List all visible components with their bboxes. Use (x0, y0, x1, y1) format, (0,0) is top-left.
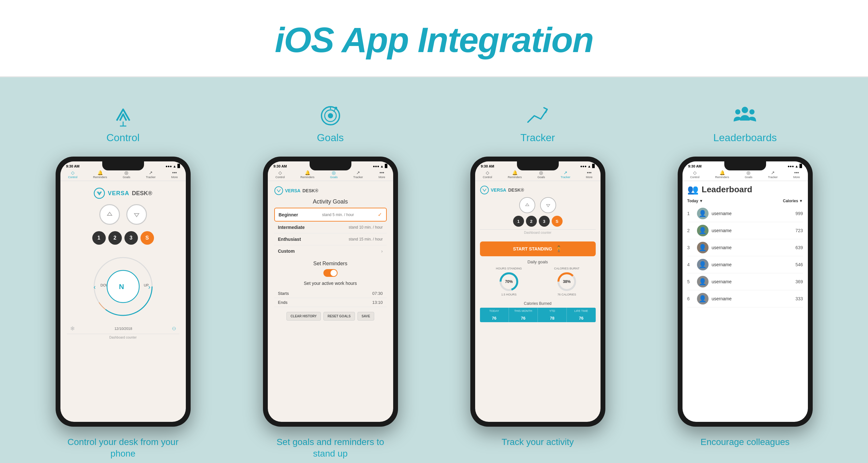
nav-control-4[interactable]: ◇ Control (690, 170, 700, 179)
ends-value: 13:10 (372, 300, 383, 305)
step-indicators: 1 2 3 S (92, 231, 154, 245)
control-label: Control (106, 132, 140, 144)
start-standing-button[interactable]: START STANDING 🧍 (480, 242, 596, 256)
cal-tab-lifetime[interactable]: LIFE TIME (567, 308, 595, 314)
nav-more-1[interactable]: ••• More (172, 170, 178, 179)
nav-control-1[interactable]: ◇ Control (68, 170, 78, 179)
dashboard-counter-label-3: Dashboard counter (480, 229, 596, 236)
activity-goals-title: Activity Goals (274, 198, 387, 205)
nav-tracker-2[interactable]: ↗ Tracker (353, 170, 363, 179)
nav-goals-label-1: Goals (123, 176, 130, 179)
phone-notch-4 (724, 161, 766, 171)
motor-control: DOWN UP (91, 254, 155, 319)
goal-row-custom[interactable]: Custom › (274, 245, 387, 257)
goals-buttons-row: CLEAR HISTORY RESET GOALS SAVE (274, 312, 387, 320)
nav-reminders-2[interactable]: 🔔 Reminders (300, 170, 314, 179)
save-button[interactable]: SAVE (358, 312, 374, 320)
app-nav-3[interactable]: ◇ Control 🔔 Reminders ◎ Goals ↗ (475, 169, 600, 181)
tracker-icon (525, 103, 550, 129)
calories-burnt-section: CALORIES BURNT 38% 76 CALORIES (554, 267, 579, 296)
app-nav-1[interactable]: ◇ Control 🔔 Reminders ◎ Goals ↗ (60, 169, 186, 181)
nav-control-2[interactable]: ◇ Control (276, 170, 285, 179)
lb-today-header[interactable]: Today ▼ (687, 199, 703, 203)
goals-icon (318, 103, 343, 129)
cal-tabs-row[interactable]: TODAY THIS MONTH YTD LIFE TIME (480, 308, 596, 314)
nav-tracker-1[interactable]: ↗ Tracker (146, 170, 156, 179)
lb-avatar-2: 👤 (697, 225, 709, 236)
lb-username-4: username (712, 262, 793, 267)
up-icon-3 (524, 202, 530, 208)
nav-goals-4[interactable]: ◎ Goals (745, 170, 752, 179)
header-section: iOS App Integration (0, 0, 868, 77)
cal-value: 76 CALORIES (554, 293, 579, 296)
leaderboard-title-row: 👥 Leaderboard (687, 184, 803, 195)
cal-tab-today[interactable]: TODAY (480, 308, 509, 314)
goal-row-enthusiast[interactable]: Enthusiast stand 15 min. / hour (274, 234, 387, 245)
wifi-icon: ▲ (173, 164, 177, 168)
nav-tracker-3[interactable]: ↗ Tracker (561, 170, 570, 179)
lb-calories-header[interactable]: Calories ▼ (783, 199, 803, 203)
reminders-toggle[interactable] (323, 269, 338, 277)
reset-goals-button[interactable]: RESET GOALS (323, 312, 355, 320)
tracker-up-btn[interactable] (519, 197, 535, 213)
nav-goals-3[interactable]: ◎ Goals (537, 170, 545, 179)
lb-calories-dropdown-icon: ▼ (799, 199, 803, 203)
avatar-img-4: 👤 (699, 261, 707, 269)
toggle-container[interactable] (274, 269, 387, 277)
lb-row-6: 6 👤 username 333 (687, 290, 803, 307)
start-standing-label: START STANDING (513, 246, 552, 251)
cal-tab-ytd[interactable]: YTD (538, 308, 567, 314)
lb-username-6: username (712, 296, 793, 301)
lb-username-3: username (712, 245, 793, 250)
step-1[interactable]: 1 (92, 231, 106, 245)
nav-reminders-3[interactable]: 🔔 Reminders (507, 170, 522, 179)
control-section-header: Control (106, 103, 140, 144)
nav-more-4[interactable]: ••• More (794, 170, 800, 179)
lb-avatar-3: 👤 (697, 242, 709, 253)
app-nav-2[interactable]: ◇ Control 🔔 Reminders ◎ Goals ↗ (268, 169, 393, 181)
bottom-bar: ❄ 12/10/2018 ⚇ (67, 323, 179, 334)
nav-reminders-4[interactable]: 🔔 Reminders (715, 170, 729, 179)
lb-row-4: 4 👤 username 546 (687, 256, 803, 273)
nav-control-3[interactable]: ◇ Control (483, 170, 492, 179)
tracker-down-btn[interactable] (540, 197, 556, 213)
tracker-step-s[interactable]: S (552, 216, 563, 227)
step-2[interactable]: 2 (108, 231, 122, 245)
nav-tracker-4[interactable]: ↗ Tracker (768, 170, 778, 179)
step-s[interactable]: S (141, 231, 154, 245)
nav-reminders-1[interactable]: 🔔 Reminders (93, 170, 107, 179)
nav-more-2[interactable]: ••• More (379, 170, 385, 179)
signal-icon-2: ●●● (373, 164, 379, 168)
status-time-4: 9:30 AM (688, 164, 702, 168)
bluetooth-icon: ⚇ (172, 326, 176, 331)
nav-goals-2[interactable]: ◎ Goals (330, 170, 338, 179)
leaderboards-description: Encourage colleagues (701, 436, 789, 448)
tracker-step-1[interactable]: 1 (513, 216, 524, 227)
svg-point-21 (742, 107, 748, 113)
tracker-step-3[interactable]: 3 (539, 216, 550, 227)
leaderboard-screen-content: 👥 Leaderboard Today ▼ Calories ▼ (682, 181, 808, 311)
up-button[interactable] (99, 204, 120, 225)
goal-beginner-check: ✓ (378, 212, 382, 218)
hours-percent-text: 70% (505, 279, 513, 284)
step-3[interactable]: 3 (124, 231, 138, 245)
app-nav-4[interactable]: ◇ Control 🔔 Reminders ◎ Goals ↗ (682, 169, 808, 181)
lb-score-2: 723 (795, 228, 803, 233)
nav-bell-icon: 🔔 (97, 170, 103, 175)
down-button[interactable] (126, 204, 147, 225)
goal-row-intermediate[interactable]: Intermediate stand 10 min. / hour (274, 221, 387, 234)
clear-history-button[interactable]: CLEAR HISTORY (286, 312, 321, 320)
versa-logo-icon-3 (480, 186, 489, 194)
nav-more-3[interactable]: ••• More (586, 170, 593, 179)
lb-avatar-6: 👤 (697, 293, 709, 305)
goal-intermediate-name: Intermediate (278, 225, 305, 230)
nav-goals-1[interactable]: ◎ Goals (123, 170, 130, 179)
cal-tab-month[interactable]: THIS MONTH (509, 308, 538, 314)
phone-notch-1 (102, 161, 144, 171)
desk-text-2: DESK® (303, 188, 318, 193)
goals-phone-frame: 9:30 AM ●●● ▲ ▉ ◇ Control (263, 157, 398, 427)
goal-row-beginner[interactable]: Beginner stand 5 min. / hour ✓ (274, 208, 387, 221)
tracker-step-2[interactable]: 2 (526, 216, 537, 227)
goal-enthusiast-name: Enthusiast (278, 237, 301, 242)
lb-row-2: 2 👤 username 723 (687, 222, 803, 239)
